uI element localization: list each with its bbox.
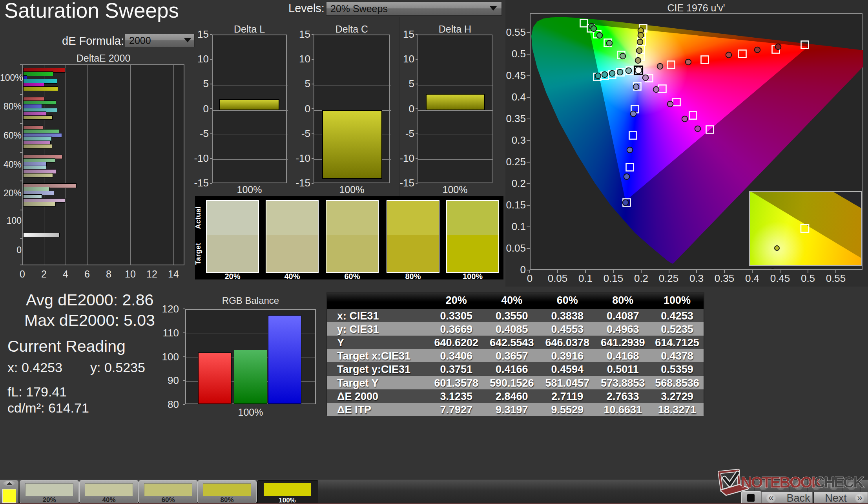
svg-text:CHECK: CHECK — [814, 474, 864, 491]
svg-text:NOTEBOOK: NOTEBOOK — [741, 474, 822, 491]
